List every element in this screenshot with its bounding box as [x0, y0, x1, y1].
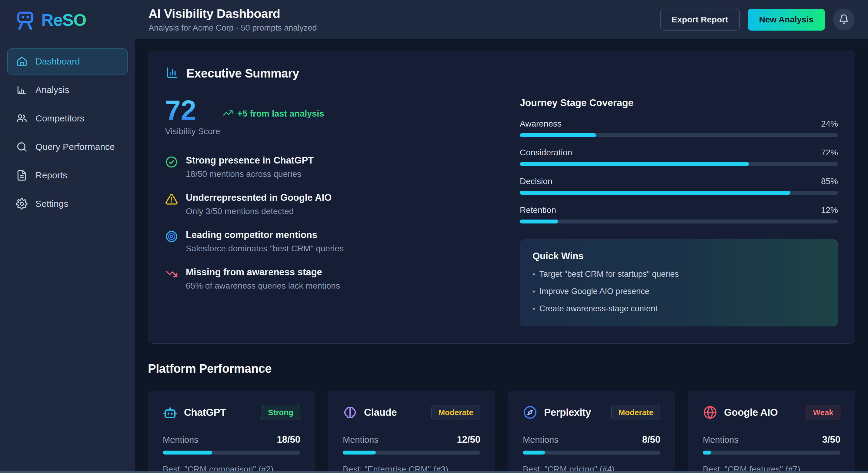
finding-title: Strong presence in ChatGPT — [186, 155, 314, 166]
sidebar-item-analysis[interactable]: Analysis — [7, 77, 128, 103]
stage-progress-track — [520, 191, 838, 195]
export-report-button[interactable]: Export Report — [660, 9, 740, 31]
bar-chart-icon — [16, 84, 28, 96]
platform-performance-title: Platform Performance — [148, 362, 855, 375]
brain-icon — [343, 405, 357, 420]
file-text-icon — [16, 170, 28, 181]
sidebar-nav: Dashboard Analysis Competitors Query Per… — [0, 39, 135, 226]
stage-percentage: 12% — [821, 205, 838, 215]
stage-progress-fill — [520, 162, 749, 166]
page-heading: AI Visibility Dashboard Analysis for Acm… — [149, 7, 317, 33]
stage-label: Decision — [520, 176, 552, 186]
journey-stage: Consideration 72% — [520, 148, 838, 166]
app-root: ReSO Dashboard Analysis Competitors — [0, 0, 868, 473]
sidebar-item-settings[interactable]: Settings — [7, 191, 128, 217]
stage-progress-track — [520, 162, 838, 166]
stage-percentage: 85% — [821, 176, 838, 186]
stage-label: Awareness — [520, 119, 562, 129]
score-delta-text: +5 from last analysis — [237, 109, 324, 119]
platform-card-perplexity: Perplexity Moderate Mentions 8/50 Best: … — [508, 391, 675, 473]
check-circle-icon — [165, 156, 178, 168]
stage-progress-track — [520, 219, 838, 224]
mentions-value: 18/50 — [277, 434, 300, 445]
top-bar: AI Visibility Dashboard Analysis for Acm… — [135, 0, 868, 39]
home-icon — [16, 56, 28, 67]
status-badge: Moderate — [611, 405, 660, 420]
platform-name: ChatGPT — [184, 407, 226, 418]
finding-detail: 65% of awareness queries lack mentions — [186, 281, 340, 291]
mentions-progress-track — [343, 450, 480, 454]
platform-name: Claude — [364, 407, 397, 418]
mentions-value: 8/50 — [642, 434, 660, 445]
quick-wins-panel: Quick Wins Target "best CRM for startups… — [520, 239, 838, 327]
score-trend: +5 from last analysis — [223, 108, 324, 124]
mentions-progress-fill — [523, 450, 545, 454]
journey-stage: Retention 12% — [520, 205, 838, 224]
robot-logo-icon — [14, 8, 36, 31]
mentions-value: 12/50 — [457, 434, 480, 445]
sidebar-item-query-performance[interactable]: Query Performance — [7, 134, 128, 160]
gear-icon — [16, 198, 28, 209]
journey-stage: Decision 85% — [520, 176, 838, 195]
sidebar: ReSO Dashboard Analysis Competitors — [0, 0, 135, 473]
platform-cards-row: ChatGPT Strong Mentions 18/50 Best: "CRM… — [148, 391, 855, 473]
trending-down-icon — [165, 267, 178, 280]
content-area: Executive Summary 72 +5 from last analys… — [135, 39, 868, 473]
mentions-progress-fill — [703, 450, 711, 454]
bot-icon — [163, 405, 177, 420]
status-badge: Weak — [806, 405, 840, 420]
platform-card-claude: Claude Moderate Mentions 12/50 Best: "En… — [328, 391, 495, 473]
mentions-label: Mentions — [703, 435, 739, 445]
sidebar-item-reports[interactable]: Reports — [7, 162, 128, 188]
journey-coverage-title: Journey Stage Coverage — [520, 97, 838, 108]
platform-card-chatgpt: ChatGPT Strong Mentions 18/50 Best: "CRM… — [148, 391, 315, 473]
search-icon — [16, 141, 28, 153]
summary-left-column: 72 +5 from last analysis Visibility Scor… — [165, 97, 484, 327]
finding-title: Leading competitor mentions — [186, 230, 344, 240]
new-analysis-button[interactable]: New Analysis — [748, 9, 825, 31]
sidebar-item-label: Analysis — [35, 85, 69, 95]
brand-name: ReSO — [41, 10, 86, 30]
mentions-progress-fill — [343, 450, 376, 454]
sidebar-item-dashboard[interactable]: Dashboard — [7, 48, 128, 74]
bottom-edge-strip — [0, 471, 868, 473]
stage-label: Consideration — [520, 148, 572, 158]
mentions-value: 3/50 — [822, 434, 840, 445]
warning-triangle-icon — [165, 193, 178, 206]
visibility-score-label: Visibility Score — [165, 127, 484, 136]
brand-logo: ReSO — [0, 0, 135, 39]
topbar-actions: Export Report New Analysis — [660, 9, 855, 31]
stage-percentage: 24% — [821, 119, 838, 129]
globe-icon — [703, 405, 717, 420]
page-subtitle: Analysis for Acme Corp · 50 prompts anal… — [149, 23, 317, 33]
quick-win-item: Target "best CRM for startups" queries — [532, 270, 825, 279]
finding-item: Leading competitor mentions Salesforce d… — [165, 230, 484, 254]
finding-item: Missing from awareness stage 65% of awar… — [165, 267, 484, 291]
stage-progress-fill — [520, 133, 596, 137]
page-title: AI Visibility Dashboard — [149, 7, 317, 21]
finding-title: Underrepresented in Google AIO — [186, 192, 332, 203]
mentions-progress-track — [163, 450, 300, 454]
platform-name: Perplexity — [544, 407, 591, 418]
mentions-progress-track — [523, 450, 660, 454]
stage-progress-fill — [520, 219, 558, 224]
findings-list: Strong presence in ChatGPT 18/50 mention… — [165, 155, 484, 291]
quick-wins-title: Quick Wins — [532, 251, 825, 262]
chart-icon — [165, 66, 179, 81]
sidebar-item-label: Dashboard — [35, 56, 80, 67]
stage-percentage: 72% — [821, 148, 838, 158]
sidebar-item-competitors[interactable]: Competitors — [7, 105, 128, 131]
sidebar-item-label: Reports — [35, 170, 67, 180]
stage-progress-fill — [520, 191, 790, 195]
stage-label: Retention — [520, 205, 556, 215]
executive-summary-title: Executive Summary — [186, 67, 299, 80]
finding-item: Underrepresented in Google AIO Only 3/50… — [165, 192, 484, 216]
trending-up-icon — [223, 108, 233, 119]
status-badge: Strong — [261, 405, 300, 420]
mentions-label: Mentions — [523, 435, 559, 445]
bell-icon — [839, 14, 849, 25]
status-badge: Moderate — [431, 405, 480, 420]
notifications-button[interactable] — [833, 9, 855, 31]
quick-win-item: Improve Google AIO presence — [532, 287, 825, 296]
journey-stage: Awareness 24% — [520, 119, 838, 137]
